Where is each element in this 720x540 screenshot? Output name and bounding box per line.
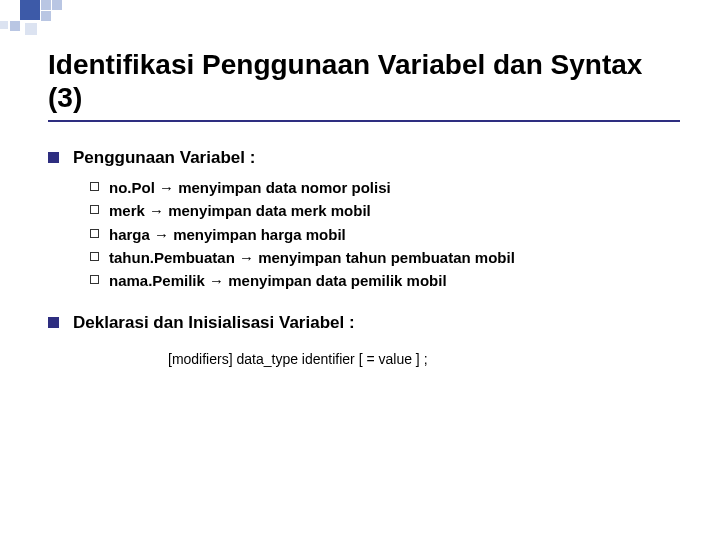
list-item-text: tahun.Pembuatan → menyimpan tahun pembua… bbox=[109, 248, 515, 268]
list-item: nama.Pemilik → menyimpan data pemilik mo… bbox=[90, 271, 680, 291]
bullet-open-icon bbox=[90, 275, 99, 284]
section-heading: Penggunaan Variabel : bbox=[73, 148, 255, 168]
section-heading: Deklarasi dan Inisialisasi Variabel : bbox=[73, 313, 355, 333]
section-penggunaan: Penggunaan Variabel : no.Pol → menyimpan… bbox=[48, 148, 680, 291]
slide-title: Identifikasi Penggunaan Variabel dan Syn… bbox=[48, 48, 680, 114]
corner-decoration bbox=[0, 0, 95, 40]
list-item-text: harga → menyimpan harga mobil bbox=[109, 225, 346, 245]
list-item: no.Pol → menyimpan data nomor polisi bbox=[90, 178, 680, 198]
slide-content: Identifikasi Penggunaan Variabel dan Syn… bbox=[48, 48, 680, 389]
list-item-text: merk → menyimpan data merk mobil bbox=[109, 201, 371, 221]
list-item-text: no.Pol → menyimpan data nomor polisi bbox=[109, 178, 391, 198]
bullet-open-icon bbox=[90, 252, 99, 261]
variable-list: no.Pol → menyimpan data nomor polisi mer… bbox=[90, 178, 680, 291]
bullet-square-icon bbox=[48, 152, 59, 163]
list-item-text: nama.Pemilik → menyimpan data pemilik mo… bbox=[109, 271, 447, 291]
bullet-open-icon bbox=[90, 182, 99, 191]
syntax-code: [modifiers] data_type identifier [ = val… bbox=[168, 351, 680, 367]
section-deklarasi: Deklarasi dan Inisialisasi Variabel : [m… bbox=[48, 313, 680, 367]
list-item: merk → menyimpan data merk mobil bbox=[90, 201, 680, 221]
bullet-open-icon bbox=[90, 205, 99, 214]
list-item: tahun.Pembuatan → menyimpan tahun pembua… bbox=[90, 248, 680, 268]
bullet-open-icon bbox=[90, 229, 99, 238]
title-rule bbox=[48, 120, 680, 122]
bullet-square-icon bbox=[48, 317, 59, 328]
list-item: harga → menyimpan harga mobil bbox=[90, 225, 680, 245]
